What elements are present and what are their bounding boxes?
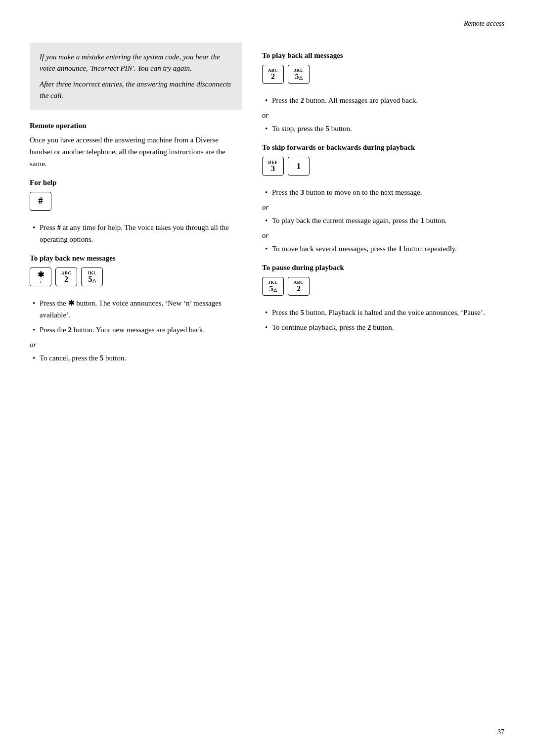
play-back-all-heading: To play back all messages: [262, 51, 504, 60]
one-inline1: 1: [421, 217, 425, 224]
one-inline2: 1: [399, 245, 402, 253]
or-text-all: or: [262, 111, 504, 120]
skip-bullets1: Press the 3 button to move on to the nex…: [262, 186, 504, 198]
pause-bullet2: To continue playback, press the 2 button…: [262, 321, 504, 333]
skip-bullet2: To play back the current message again, …: [262, 215, 504, 226]
or-text-skip2: or: [262, 231, 504, 240]
play-back-new-bullets: Press the ✱ button. The voice announces,…: [30, 297, 242, 336]
remote-operation-section: Remote operation Once you have accessed …: [30, 122, 242, 170]
five-key-num-new: 5△: [89, 275, 96, 283]
five-key-num-all: 5△: [295, 73, 303, 81]
play-back-new-bullet3: To cancel, press the 5 button.: [30, 352, 242, 364]
two-key-button-pause: ABC 2: [288, 277, 310, 296]
two-key-num-pause: 2: [297, 285, 301, 293]
star-key-symbol: ✱: [38, 270, 44, 279]
for-help-bullet1: Press # at any time for help. The voice …: [30, 222, 242, 245]
three-key-button: DEF 3: [262, 157, 284, 176]
play-back-all-bullets2: To stop, press the 5 button.: [262, 123, 504, 134]
play-back-new-heading: To play back new messages: [30, 254, 242, 263]
play-back-new-section: To play back new messages ✱♪ ABC 2 JKL 5…: [30, 254, 242, 364]
two-inline-new: 2: [68, 326, 72, 334]
right-column: To play back all messages ABC 2 JKL 5△ P…: [262, 43, 504, 338]
hash-key-button: #: [30, 192, 51, 211]
skip-bullet3: To move back several messages, press the…: [262, 243, 504, 255]
skip-keys: DEF 3 1: [262, 157, 504, 181]
five-inline-pause: 5: [301, 309, 305, 316]
star-key-button: ✱♪: [30, 267, 51, 286]
three-key-num: 3: [271, 165, 275, 173]
five-key-button-all: JKL 5△: [288, 65, 310, 84]
hash-inline: #: [57, 223, 61, 231]
shaded-para2: After three incorrect entries, the answe…: [40, 79, 232, 101]
three-inline: 3: [301, 188, 305, 196]
play-back-new-bullet2: Press the 2 button. Your new messages ar…: [30, 324, 242, 336]
skip-bullet1: Press the 3 button to move on to the nex…: [262, 186, 504, 198]
two-key-button-all: ABC 2: [262, 65, 284, 84]
five-bell-all: △: [299, 75, 303, 80]
play-back-new-keys: ✱♪ ABC 2 JKL 5△: [30, 267, 242, 292]
main-content: If you make a mistake entering the syste…: [30, 43, 504, 369]
shaded-box: If you make a mistake entering the syste…: [30, 43, 242, 110]
two-key-num-all: 2: [271, 73, 275, 81]
pause-keys: JKL 5△ ABC 2: [262, 277, 504, 302]
pause-bullet1: Press the 5 button. Playback is halted a…: [262, 307, 504, 318]
one-key-num: 1: [297, 162, 301, 170]
remote-operation-heading: Remote operation: [30, 122, 242, 130]
play-back-all-bullets: Press the 2 button. All messages are pla…: [262, 94, 504, 106]
play-back-all-bullet1: Press the 2 button. All messages are pla…: [262, 94, 504, 106]
pause-heading: To pause during playback: [262, 264, 504, 272]
five-key-button-pause: JKL 5△: [262, 277, 284, 296]
five-key-num-pause: 5△: [269, 285, 277, 293]
two-key-button-new: ABC 2: [55, 267, 77, 286]
five-key-button-new: JKL 5△: [81, 267, 103, 286]
remote-operation-body: Once you have accessed the answering mac…: [30, 134, 242, 170]
two-key-num: 2: [64, 275, 68, 283]
or-text-new: or: [30, 341, 242, 349]
or-text-skip1: or: [262, 203, 504, 212]
play-back-all-bullet2: To stop, press the 5 button.: [262, 123, 504, 134]
skip-section: To skip forwards or backwards during pla…: [262, 143, 504, 255]
play-back-all-section: To play back all messages ABC 2 JKL 5△ P…: [262, 51, 504, 134]
hash-key-symbol: #: [39, 196, 43, 207]
star-subscript: ♪: [40, 279, 42, 284]
page-number: 37: [497, 728, 504, 736]
play-back-new-bullets2: To cancel, press the 5 button.: [30, 352, 242, 364]
play-back-all-keys: ABC 2 JKL 5△: [262, 65, 504, 89]
two-inline-all: 2: [301, 96, 305, 104]
pause-section: To pause during playback JKL 5△ ABC 2 Pr…: [262, 264, 504, 333]
for-help-bullets: Press # at any time for help. The voice …: [30, 222, 242, 245]
page-header: Remote access: [30, 20, 504, 28]
for-help-heading: For help: [30, 178, 242, 187]
five-inline-all: 5: [326, 125, 330, 133]
for-help-keys: #: [30, 192, 242, 217]
five-bell-icon: △: [92, 278, 96, 283]
two-inline-pause: 2: [367, 323, 371, 331]
play-back-new-bullet1: Press the ✱ button. The voice announces,…: [30, 297, 242, 321]
skip-bullets3: To move back several messages, press the…: [262, 243, 504, 255]
left-column: If you make a mistake entering the syste…: [30, 43, 242, 369]
skip-heading: To skip forwards or backwards during pla…: [262, 143, 504, 152]
five-bell-pause: △: [273, 287, 277, 292]
one-key-button: 1: [288, 157, 310, 176]
shaded-para1: If you make a mistake entering the syste…: [40, 51, 232, 74]
page-title: Remote access: [464, 20, 504, 27]
for-help-section: For help # Press # at any time for help.…: [30, 178, 242, 245]
pause-bullets: Press the 5 button. Playback is halted a…: [262, 307, 504, 333]
page-footer: 37: [497, 728, 504, 736]
star-inline: ✱: [68, 299, 75, 307]
skip-bullets2: To play back the current message again, …: [262, 215, 504, 226]
